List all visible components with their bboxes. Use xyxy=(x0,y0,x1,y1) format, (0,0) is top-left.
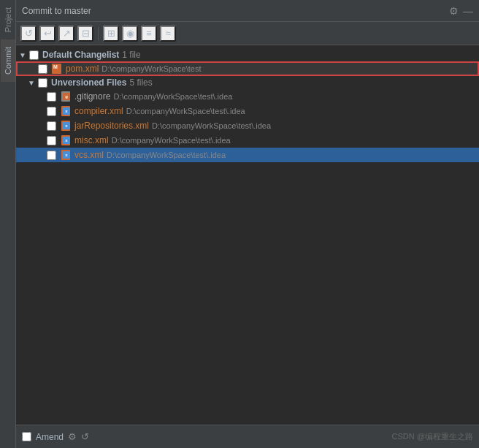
amend-label: Amend xyxy=(36,432,64,442)
unversioned-files-label: Unversioned Files xyxy=(51,77,126,88)
misc-xml-path: D:\companyWorkSpace\test\.idea xyxy=(112,136,231,145)
side-tabs: Project Commit xyxy=(0,0,16,448)
expand-arrow-default: ▼ xyxy=(19,51,29,59)
misc-xml-filename: misc.xml xyxy=(74,135,109,145)
sidebar-item-project[interactable]: Project xyxy=(1,0,15,39)
amend-checkbox[interactable] xyxy=(22,432,31,441)
pom-xml-path: D:\companyWorkSpace\test xyxy=(101,64,201,73)
pom-xml-icon: M xyxy=(51,63,63,75)
bottom-undo-icon[interactable]: ↺ xyxy=(81,431,89,442)
vcs-xml-icon: x xyxy=(60,149,72,161)
compiler-xml-filename: compiler.xml xyxy=(74,106,123,116)
misc-xml-checkbox[interactable] xyxy=(47,136,56,145)
refresh-button[interactable]: ↺ xyxy=(20,26,37,42)
unversioned-files-checkbox[interactable] xyxy=(38,78,47,88)
compiler-xml-path: D:\companyWorkSpace\test\.idea xyxy=(126,107,245,115)
expand-all-button[interactable]: ≡ xyxy=(141,26,157,42)
list-item[interactable]: g .gitignore D:\companyWorkSpace\test\.i… xyxy=(16,89,479,104)
gitignore-path: D:\companyWorkSpace\test\.idea xyxy=(113,92,232,101)
gitignore-filename: .gitignore xyxy=(74,91,110,102)
toolbar-separator-1 xyxy=(98,27,99,40)
default-changelist-header[interactable]: ▼ Default Changelist 1 file xyxy=(16,48,479,61)
expand-arrow-unversioned: ▼ xyxy=(28,79,38,87)
undo-button[interactable]: ↩ xyxy=(39,26,55,42)
list-item[interactable]: x vcs.xml D:\companyWorkSpace\test\.idea xyxy=(16,148,479,162)
list-item[interactable]: x compiler.xml D:\companyWorkSpace\test\… xyxy=(16,104,479,118)
default-changelist-group: ▼ Default Changelist 1 file M pom.xml D:… xyxy=(16,48,479,76)
watermark: CSDN @编程重生之路 xyxy=(392,431,473,442)
list-item[interactable]: x misc.xml D:\companyWorkSpace\test\.ide… xyxy=(16,133,479,148)
jar-repos-path: D:\companyWorkSpace\test\.idea xyxy=(152,121,271,130)
bottom-gear-icon[interactable]: ⚙ xyxy=(68,431,77,442)
gitignore-checkbox[interactable] xyxy=(47,92,56,102)
main-panel: Commit to master ⚙ — ↺ ↩ ↗ ⊟ ⊞ ◉ ≡ ≈ ▼ D… xyxy=(16,0,479,448)
group-by-button[interactable]: ⊞ xyxy=(103,26,119,42)
jar-repos-icon: x xyxy=(60,120,72,132)
title-icons: ⚙ — xyxy=(449,5,473,17)
unversioned-files-count: 5 files xyxy=(129,77,152,88)
default-changelist-label: Default Changelist xyxy=(42,50,119,60)
unversioned-files-group: ▼ Unversioned Files 5 files g .gitignore… xyxy=(16,76,479,162)
sidebar-item-commit[interactable]: Commit xyxy=(1,39,15,82)
jar-repos-checkbox[interactable] xyxy=(47,121,56,131)
misc-xml-icon: x xyxy=(60,134,72,146)
filter-button[interactable]: ◉ xyxy=(122,26,138,42)
pom-xml-filename: pom.xml xyxy=(66,64,99,74)
unversioned-files-header[interactable]: ▼ Unversioned Files 5 files xyxy=(16,76,479,89)
list-item[interactable]: M pom.xml D:\companyWorkSpace\test xyxy=(16,61,479,76)
minimize-icon[interactable]: — xyxy=(463,5,473,17)
compiler-xml-icon: x xyxy=(60,105,72,117)
compiler-xml-checkbox[interactable] xyxy=(47,107,56,116)
diff-button[interactable]: ⊟ xyxy=(77,26,93,42)
bottom-icons: ⚙ ↺ xyxy=(68,431,89,442)
window-title: Commit to master xyxy=(22,6,91,16)
default-changelist-count: 1 file xyxy=(122,50,140,60)
toolbar: ↺ ↩ ↗ ⊟ ⊞ ◉ ≡ ≈ xyxy=(16,22,479,45)
gitignore-icon: g xyxy=(60,91,72,102)
vcs-xml-path: D:\companyWorkSpace\test\.idea xyxy=(107,151,226,159)
file-tree: ▼ Default Changelist 1 file M pom.xml D:… xyxy=(16,45,479,425)
default-changelist-checkbox[interactable] xyxy=(29,50,39,60)
gear-icon[interactable]: ⚙ xyxy=(449,5,459,17)
jar-repos-filename: jarRepositories.xml xyxy=(74,121,149,131)
vcs-xml-filename: vcs.xml xyxy=(74,150,104,160)
pom-xml-checkbox[interactable] xyxy=(38,64,47,74)
bottom-left: Amend ⚙ ↺ xyxy=(22,431,89,442)
list-item[interactable]: x jarRepositories.xml D:\companyWorkSpac… xyxy=(16,118,479,133)
move-changelist-button[interactable]: ↗ xyxy=(58,26,74,42)
bottom-bar: Amend ⚙ ↺ CSDN @编程重生之路 xyxy=(16,425,479,448)
title-bar: Commit to master ⚙ — xyxy=(16,0,479,22)
toolbar-settings-button[interactable]: ≈ xyxy=(160,26,176,42)
vcs-xml-checkbox[interactable] xyxy=(47,151,56,160)
